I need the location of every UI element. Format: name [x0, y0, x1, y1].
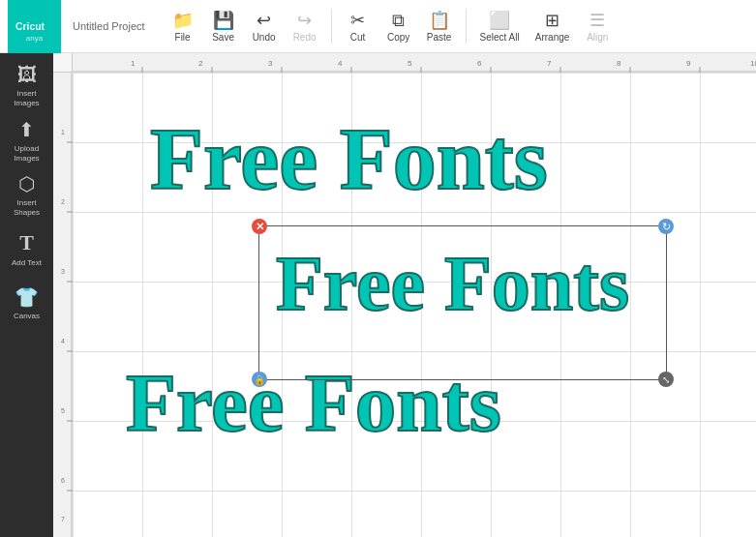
copy-label: Copy: [387, 32, 409, 43]
sidebar-text-label: Add Text: [12, 258, 42, 268]
undo-icon: ↩: [257, 10, 271, 31]
svg-rect-3: [73, 53, 756, 73]
save-icon: 💾: [213, 10, 234, 31]
svg-text:6: 6: [61, 477, 65, 484]
toolbar: Cricut anya Untitled Project 📁 File 💾 Sa…: [0, 0, 756, 53]
ruler-corner: [53, 53, 73, 73]
svg-text:5: 5: [408, 59, 412, 68]
undo-button[interactable]: ↩ Undo: [246, 3, 283, 49]
select-all-button[interactable]: ⬜ Select All: [474, 3, 526, 49]
svg-text:1: 1: [131, 59, 136, 68]
svg-text:3: 3: [61, 268, 65, 275]
svg-text:7: 7: [61, 516, 65, 522]
sidebar-item-canvas[interactable]: 👕 Canvas: [3, 278, 51, 328]
sidebar-item-shapes[interactable]: ⬡ InsertShapes: [3, 169, 51, 220]
svg-text:5: 5: [61, 407, 65, 414]
canvas-text-1[interactable]: Free Fonts: [150, 111, 548, 207]
cut-icon: ✂: [350, 10, 365, 31]
file-label: File: [175, 32, 191, 43]
ruler-top-numbers: 1 2 3 4 5 6 7 8 9 10: [73, 53, 756, 73]
file-button[interactable]: 📁 File: [165, 3, 201, 49]
upload-icon: ⬆: [18, 118, 35, 141]
align-button[interactable]: ☰ Align: [579, 3, 616, 49]
cut-label: Cut: [350, 32, 366, 43]
save-button[interactable]: 💾 Save: [205, 3, 242, 49]
ruler-left-numbers: 1 2 3 4 5 6 7: [53, 73, 73, 537]
svg-text:7: 7: [547, 59, 552, 68]
align-label: Align: [587, 32, 608, 43]
separator-2: [466, 9, 467, 44]
canvas-text-3[interactable]: Free Fonts: [126, 357, 501, 448]
sidebar-upload-label: UploadImages: [14, 144, 39, 163]
paste-icon: 📋: [429, 10, 450, 31]
arrange-icon: ⊞: [545, 10, 559, 31]
align-icon: ☰: [590, 10, 605, 31]
arrange-label: Arrange: [535, 32, 570, 43]
svg-text:2: 2: [61, 198, 65, 205]
copy-icon: ⧉: [392, 11, 405, 31]
canvas-icon: 👕: [15, 285, 39, 309]
paste-button[interactable]: 📋 Paste: [421, 3, 458, 49]
project-title: Untitled Project: [73, 20, 145, 32]
select-all-label: Select All: [480, 32, 520, 43]
svg-text:3: 3: [268, 59, 273, 68]
grid[interactable]: Free Fonts Free Fonts Free Fonts ✕ ↻ 🔒 ⤡: [73, 73, 756, 537]
sidebar-item-images[interactable]: 🖼 InsertImages: [3, 61, 51, 111]
separator-1: [331, 9, 332, 44]
select-all-icon: ⬜: [489, 10, 510, 31]
svg-text:10: 10: [750, 59, 756, 68]
logo-area: Cricut anya: [8, 0, 61, 53]
text-icon: T: [19, 230, 34, 255]
images-icon: 🖼: [17, 64, 37, 86]
canvas-svg: Free Fonts Free Fonts Free Fonts: [73, 73, 756, 537]
redo-icon: ↪: [297, 10, 312, 31]
svg-text:6: 6: [477, 59, 482, 68]
project-info: Untitled Project: [73, 20, 145, 32]
sidebar-item-text[interactable]: T Add Text: [3, 224, 51, 274]
svg-text:Cricut: Cricut: [15, 20, 45, 31]
svg-text:1: 1: [61, 129, 65, 135]
sidebar: 🖼 InsertImages ⬆ UploadImages ⬡ InsertSh…: [0, 53, 53, 537]
save-label: Save: [212, 32, 234, 43]
svg-text:2: 2: [198, 59, 203, 68]
canvas-area[interactable]: ruler ticks Free Fonts Free Fonts Free F…: [53, 53, 756, 537]
svg-text:4: 4: [338, 59, 343, 68]
file-icon: 📁: [172, 10, 194, 31]
sidebar-canvas-label: Canvas: [14, 312, 40, 321]
copy-button[interactable]: ⧉ Copy: [380, 3, 417, 49]
svg-text:4: 4: [61, 338, 65, 344]
redo-label: Redo: [293, 32, 317, 43]
undo-label: Undo: [253, 32, 276, 43]
svg-text:8: 8: [617, 59, 621, 68]
redo-button[interactable]: ↪ Redo: [287, 3, 323, 49]
canvas-text-2[interactable]: Free Fonts: [276, 241, 629, 326]
svg-text:9: 9: [686, 59, 691, 68]
shapes-icon: ⬡: [18, 172, 35, 195]
sidebar-shapes-label: InsertShapes: [14, 198, 40, 217]
sidebar-item-upload[interactable]: ⬆ UploadImages: [3, 115, 51, 165]
user-label: anya: [26, 34, 43, 43]
paste-label: Paste: [427, 32, 452, 43]
sidebar-images-label: InsertImages: [14, 89, 39, 107]
cut-button[interactable]: ✂ Cut: [340, 3, 377, 49]
arrange-button[interactable]: ⊞ Arrange: [529, 3, 576, 49]
